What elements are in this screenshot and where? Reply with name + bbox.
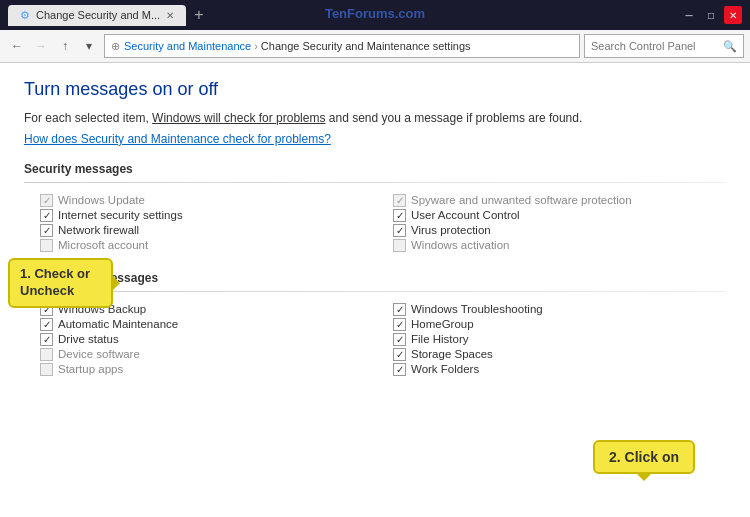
cb-win-activation-box[interactable] (393, 239, 406, 252)
search-icon: 🔍 (723, 40, 737, 53)
cb-windows-update[interactable]: Windows Update (40, 193, 373, 208)
cb-startup-apps[interactable]: Startup apps (40, 362, 373, 377)
path-separator-1: › (254, 40, 258, 52)
window-controls: ─ □ ✕ (680, 6, 742, 24)
close-button[interactable]: ✕ (724, 6, 742, 24)
cb-storage-spaces-box[interactable] (393, 348, 406, 361)
maintenance-left-col: Windows Backup Automatic Maintenance Dri… (40, 302, 373, 377)
back-button[interactable]: ← (6, 35, 28, 57)
cb-spyware[interactable]: Spyware and unwanted software protection (393, 193, 726, 208)
security-right-col: Spyware and unwanted software protection… (393, 193, 726, 253)
maintenance-section-label: Maintenance messages (24, 271, 726, 285)
cb-uac-box[interactable] (393, 209, 406, 222)
cb-network-firewall-box[interactable] (40, 224, 53, 237)
tab-close-icon[interactable]: ✕ (166, 10, 174, 21)
nav-buttons: ← → ↑ ▾ (6, 35, 100, 57)
security-left-col: Windows Update Internet security setting… (40, 193, 373, 253)
tab-strip: ⚙ Change Security and M... ✕ + (8, 5, 680, 26)
cb-microsoft-account[interactable]: Microsoft account (40, 238, 373, 253)
security-divider (24, 182, 726, 183)
callout-click-on: 2. Click on (593, 440, 695, 474)
title-bar: ⚙ Change Security and M... ✕ + TenForums… (0, 0, 750, 30)
path-icon: ⊕ (111, 40, 120, 53)
cb-auto-maintenance-box[interactable] (40, 318, 53, 331)
up-button[interactable]: ↑ (54, 35, 76, 57)
cb-file-history-box[interactable] (393, 333, 406, 346)
cb-network-firewall[interactable]: Network firewall (40, 223, 373, 238)
maintenance-divider (24, 291, 726, 292)
cb-spyware-box[interactable] (393, 194, 406, 207)
maximize-button[interactable]: □ (702, 6, 720, 24)
security-section-label: Security messages (24, 162, 726, 176)
tab-icon: ⚙ (20, 9, 30, 22)
security-checkboxes: Windows Update Internet security setting… (40, 193, 726, 253)
path-part-2: Change Security and Maintenance settings (261, 40, 471, 52)
cb-microsoft-account-box[interactable] (40, 239, 53, 252)
search-input[interactable] (591, 40, 719, 52)
description-link[interactable]: How does Security and Maintenance check … (24, 131, 726, 148)
cb-drive-status-box[interactable] (40, 333, 53, 346)
maintenance-checkboxes: Windows Backup Automatic Maintenance Dri… (40, 302, 726, 377)
cb-auto-maintenance[interactable]: Automatic Maintenance (40, 317, 373, 332)
cb-uac[interactable]: User Account Control (393, 208, 726, 223)
description-text: For each selected item, Windows will che… (24, 110, 726, 127)
new-tab-button[interactable]: + (194, 6, 203, 24)
callout-check-uncheck: 1. Check or Uncheck (8, 258, 113, 308)
search-box[interactable]: 🔍 (584, 34, 744, 58)
cb-drive-status[interactable]: Drive status (40, 332, 373, 347)
tab-label: Change Security and M... (36, 9, 160, 21)
cb-windows-update-box[interactable] (40, 194, 53, 207)
cb-homegroup[interactable]: HomeGroup (393, 317, 726, 332)
cb-win-activation[interactable]: Windows activation (393, 238, 726, 253)
cb-file-history[interactable]: File History (393, 332, 726, 347)
cb-homegroup-box[interactable] (393, 318, 406, 331)
cb-storage-spaces[interactable]: Storage Spaces (393, 347, 726, 362)
cb-work-folders-box[interactable] (393, 363, 406, 376)
main-content: 1. Check or Uncheck Turn messages on or … (0, 63, 750, 517)
minimize-button[interactable]: ─ (680, 6, 698, 24)
maintenance-right-col: Windows Troubleshooting HomeGroup File H… (393, 302, 726, 377)
cb-internet-security[interactable]: Internet security settings (40, 208, 373, 223)
cb-device-software[interactable]: Device software (40, 347, 373, 362)
cb-work-folders[interactable]: Work Folders (393, 362, 726, 377)
help-link[interactable]: How does Security and Maintenance check … (24, 132, 331, 146)
cb-virus-box[interactable] (393, 224, 406, 237)
address-bar: ← → ↑ ▾ ⊕ Security and Maintenance › Cha… (0, 30, 750, 63)
cb-win-troubleshooting[interactable]: Windows Troubleshooting (393, 302, 726, 317)
cb-virus[interactable]: Virus protection (393, 223, 726, 238)
cb-win-troubleshooting-box[interactable] (393, 303, 406, 316)
cb-device-software-box[interactable] (40, 348, 53, 361)
cb-internet-security-box[interactable] (40, 209, 53, 222)
forward-button[interactable]: → (30, 35, 52, 57)
address-path[interactable]: ⊕ Security and Maintenance › Change Secu… (104, 34, 580, 58)
active-tab[interactable]: ⚙ Change Security and M... ✕ (8, 5, 186, 26)
path-part-1: Security and Maintenance (124, 40, 251, 52)
page-title: Turn messages on or off (24, 79, 726, 100)
cb-startup-apps-box[interactable] (40, 363, 53, 376)
recent-button[interactable]: ▾ (78, 35, 100, 57)
